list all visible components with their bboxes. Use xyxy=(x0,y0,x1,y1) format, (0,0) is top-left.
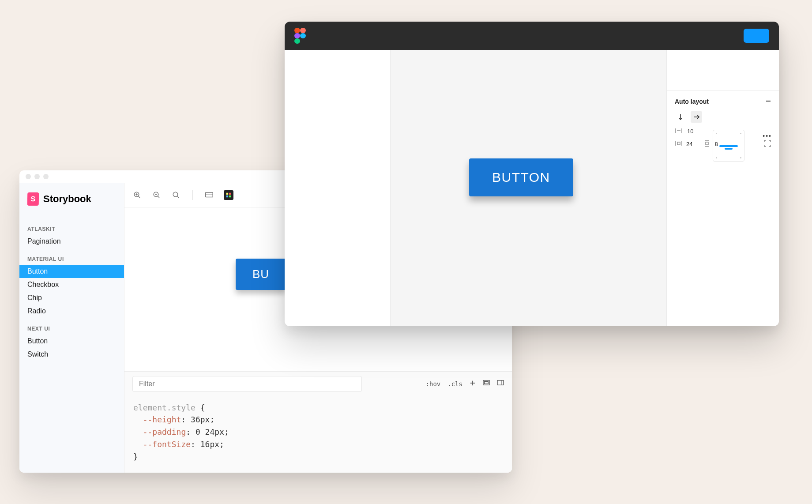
auto-layout-title: Auto layout xyxy=(675,98,709,105)
sidebar-item-checkbox[interactable]: Checkbox xyxy=(19,278,124,291)
sidebar-item-chip[interactable]: Chip xyxy=(19,291,124,305)
share-button[interactable] xyxy=(744,29,769,43)
storybook-sidebar: S Storybook ATLASKIT Pagination MATERIAL… xyxy=(19,183,124,473)
devtools-panel: :hov .cls element.style { --height: xyxy=(124,371,512,473)
remove-auto-layout-icon[interactable] xyxy=(766,98,771,105)
sidebar-group-next-ui: NEXT UI xyxy=(19,318,124,335)
svg-line-8 xyxy=(177,196,179,198)
toggle-panel-icon[interactable] xyxy=(497,380,504,387)
figma-logo-icon[interactable] xyxy=(294,28,306,44)
svg-rect-19 xyxy=(497,380,504,385)
sidebar-group-atlaskit: ATLASKIT xyxy=(19,218,124,235)
styles-code-block[interactable]: element.style { --height: 36px; --paddin… xyxy=(124,396,512,473)
sidebar-item-pagination[interactable]: Pagination xyxy=(19,235,124,248)
svg-line-1 xyxy=(138,196,140,198)
svg-rect-18 xyxy=(485,382,489,384)
padding-vertical-icon xyxy=(703,140,711,148)
hov-toggle[interactable]: :hov xyxy=(426,380,441,387)
zoom-reset-icon[interactable] xyxy=(171,190,181,200)
svg-rect-29 xyxy=(677,142,680,145)
svg-rect-12 xyxy=(229,192,231,194)
css-selector: element.style xyxy=(133,403,195,412)
auto-layout-panel: Auto layout xyxy=(667,90,779,173)
traffic-light-minimize-icon[interactable] xyxy=(34,174,40,179)
sidebar-item-button[interactable]: Button xyxy=(19,265,124,278)
new-style-rule-icon[interactable] xyxy=(470,380,476,387)
traffic-light-close-icon[interactable] xyxy=(26,174,31,179)
svg-line-5 xyxy=(158,196,159,198)
figma-topbar xyxy=(285,22,779,50)
styles-filter-input[interactable] xyxy=(132,376,362,392)
zoom-out-icon[interactable] xyxy=(152,190,162,200)
viewport-icon[interactable] xyxy=(204,190,214,200)
independent-padding-icon[interactable] xyxy=(764,140,771,148)
more-options-icon[interactable]: ••• xyxy=(763,132,772,139)
figma-preview-button[interactable]: BUTTON xyxy=(469,158,573,196)
spacing-icon xyxy=(675,128,683,135)
storybook-brand-label: Storybook xyxy=(43,193,91,205)
svg-rect-14 xyxy=(229,195,231,197)
figma-canvas[interactable]: BUTTON xyxy=(391,50,666,326)
padding-horizontal-icon xyxy=(675,141,683,147)
figma-window: BUTTON Auto layout xyxy=(285,22,779,326)
cls-toggle[interactable]: .cls xyxy=(447,380,462,387)
direction-horizontal-button[interactable] xyxy=(691,111,702,123)
sidebar-item-radio[interactable]: Radio xyxy=(19,305,124,318)
figma-layers-panel[interactable] xyxy=(285,50,391,326)
direction-vertical-button[interactable] xyxy=(675,111,686,123)
sidebar-item-next-button[interactable]: Button xyxy=(19,335,124,348)
figma-design-panel: Auto layout xyxy=(666,50,779,326)
svg-rect-11 xyxy=(226,192,228,194)
measure-addon-icon[interactable] xyxy=(224,190,233,200)
zoom-in-icon[interactable] xyxy=(132,190,142,200)
svg-rect-32 xyxy=(706,142,708,145)
padding-horizontal-value[interactable]: 24 xyxy=(686,141,692,147)
computed-styles-icon[interactable] xyxy=(483,380,490,387)
alignment-grid[interactable] xyxy=(713,130,744,162)
storybook-logo-icon: S xyxy=(27,192,39,206)
sidebar-item-switch[interactable]: Switch xyxy=(19,348,124,361)
svg-rect-9 xyxy=(206,192,213,197)
svg-rect-13 xyxy=(226,195,228,197)
storybook-brand[interactable]: S Storybook xyxy=(19,192,124,218)
svg-point-7 xyxy=(173,192,178,197)
preview-button[interactable]: BU xyxy=(236,259,286,290)
spacing-value[interactable]: 10 xyxy=(687,128,693,135)
sidebar-group-material-ui: MATERIAL UI xyxy=(19,248,124,265)
toolbar-divider xyxy=(192,190,193,200)
traffic-light-zoom-icon[interactable] xyxy=(43,174,49,179)
